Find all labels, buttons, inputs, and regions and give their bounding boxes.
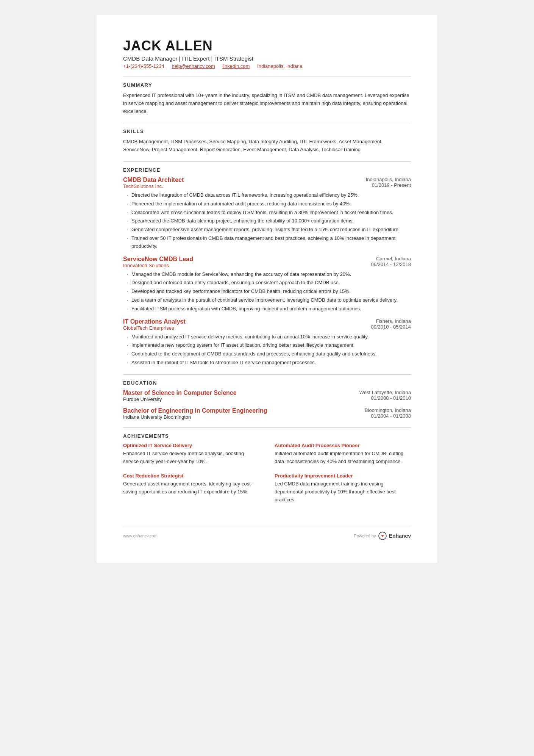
footer: www.enhancv.com Powered by Enhancv	[123, 527, 411, 540]
edu-1-dates: 01/2008 - 01/2010	[343, 395, 411, 401]
edu-1: Master of Science in Computer Science Pu…	[123, 390, 411, 402]
education-divider	[123, 427, 411, 428]
achievement-4: Productivity Improvement Leader Led CMDB…	[275, 473, 411, 504]
summary-divider	[123, 123, 411, 123]
job-2: ServiceNow CMDB Lead Innovatech Solution…	[123, 256, 411, 313]
skills-text: CMDB Management, ITSM Processes, Service…	[123, 138, 411, 154]
job-1-bullets: Directed the integration of CMDB data ac…	[123, 191, 411, 250]
job-2-title: ServiceNow CMDB Lead	[123, 256, 350, 263]
job-2-company: Innovatech Solutions	[123, 263, 350, 268]
summary-text: Experienced IT professional with 10+ yea…	[123, 92, 411, 115]
phone: +1-(234)-555-1234	[123, 63, 164, 69]
job-3-company: GlobalTech Enterprises	[123, 325, 350, 331]
job-1-location: Indianapolis, Indiana	[350, 177, 411, 182]
enhancv-brand: Enhancv	[389, 533, 411, 539]
experience-section: EXPERIENCE CMDB Data Architect TechSolut…	[123, 167, 411, 367]
edu-1-school: Purdue University	[123, 396, 343, 402]
edu-2-location: Bloomington, Indiana	[343, 407, 411, 413]
powered-by-label: Powered by	[354, 534, 376, 538]
bullet-item: Managed the CMDB module for ServiceNow, …	[127, 271, 411, 279]
achievement-4-title: Productivity Improvement Leader	[275, 473, 411, 479]
bullet-item: Generated comprehensive asset management…	[127, 226, 411, 234]
footer-powered-by: Powered by Enhancv	[354, 532, 411, 540]
edu-2-degree: Bachelor of Engineering in Computer Engi…	[123, 407, 343, 414]
job-3: IT Operations Analyst GlobalTech Enterpr…	[123, 318, 411, 367]
footer-website: www.enhancv.com	[123, 534, 158, 538]
achievements-grid: Optimized IT Service Delivery Enhanced I…	[123, 443, 411, 504]
bullet-item: Collaborated with cross-functional teams…	[127, 209, 411, 217]
resume-page: JACK ALLEN CMDB Data Manager | ITIL Expe…	[97, 15, 437, 563]
bullet-item: Contributed to the development of CMDB d…	[127, 350, 411, 358]
edu-1-degree: Master of Science in Computer Science	[123, 390, 343, 396]
bullet-item: Led a team of analysts in the pursuit of…	[127, 296, 411, 304]
edu-2-dates: 01/2004 - 01/2008	[343, 413, 411, 419]
achievements-title: ACHIEVEMENTS	[123, 433, 411, 439]
job-2-dates: 06/2014 - 12/2018	[350, 261, 411, 267]
bullet-item: Assisted in the rollout of ITSM tools to…	[127, 359, 411, 367]
bullet-item: Directed the integration of CMDB data ac…	[127, 191, 411, 199]
header: JACK ALLEN CMDB Data Manager | ITIL Expe…	[123, 38, 411, 69]
bullet-item: Developed and tracked key performance in…	[127, 288, 411, 296]
bullet-item: Designed and enforced data entry standar…	[127, 279, 411, 287]
experience-divider	[123, 374, 411, 375]
education-section: EDUCATION Master of Science in Computer …	[123, 380, 411, 420]
job-1-company: TechSolutions Inc.	[123, 183, 350, 189]
job-1: CMDB Data Architect TechSolutions Inc. I…	[123, 177, 411, 250]
edu-2-school: Indiana University Bloomington	[123, 414, 343, 420]
bullet-item: Spearheaded the CMDB data cleanup projec…	[127, 217, 411, 225]
job-2-location: Carmel, Indiana	[350, 256, 411, 261]
candidate-title: CMDB Data Manager | ITIL Expert | ITSM S…	[123, 55, 411, 62]
bullet-item: Monitored and analyzed IT service delive…	[127, 333, 411, 341]
contact-line: +1-(234)-555-1234 help@enhancv.com linke…	[123, 63, 411, 69]
achievement-3: Cost Reduction Strategist Generated asse…	[123, 473, 259, 504]
skills-section: SKILLS CMDB Management, ITSM Processes, …	[123, 128, 411, 154]
summary-section: SUMMARY Experienced IT professional with…	[123, 82, 411, 115]
bullet-item: Trained over 50 IT professionals in CMDB…	[127, 235, 411, 250]
edu-2: Bachelor of Engineering in Computer Engi…	[123, 407, 411, 420]
education-title: EDUCATION	[123, 380, 411, 386]
linkedin[interactable]: linkedin.com	[222, 63, 250, 69]
job-1-dates: 01/2019 - Present	[350, 182, 411, 188]
skills-divider	[123, 161, 411, 162]
job-3-title: IT Operations Analyst	[123, 318, 350, 325]
job-3-location: Fishers, Indiana	[350, 318, 411, 324]
summary-title: SUMMARY	[123, 82, 411, 88]
achievement-1-text: Enhanced IT service delivery metrics ana…	[123, 450, 259, 466]
job-1-title: CMDB Data Architect	[123, 177, 350, 183]
candidate-name: JACK ALLEN	[123, 38, 411, 54]
achievement-1-title: Optimized IT Service Delivery	[123, 443, 259, 448]
location: Indianapolis, Indiana	[257, 63, 302, 69]
bullet-item: Implemented a new reporting system for I…	[127, 341, 411, 349]
email[interactable]: help@enhancv.com	[172, 63, 215, 69]
job-2-bullets: Managed the CMDB module for ServiceNow, …	[123, 271, 411, 313]
header-divider	[123, 77, 411, 77]
achievement-4-text: Led CMDB data management trainings incre…	[275, 480, 411, 504]
job-3-bullets: Monitored and analyzed IT service delive…	[123, 333, 411, 367]
skills-title: SKILLS	[123, 128, 411, 134]
achievement-2-title: Automated Audit Processes Pioneer	[275, 443, 411, 448]
enhancv-logo-icon	[378, 532, 387, 540]
achievement-1: Optimized IT Service Delivery Enhanced I…	[123, 443, 259, 466]
experience-title: EXPERIENCE	[123, 167, 411, 173]
achievement-3-text: Generated asset management reports, iden…	[123, 480, 259, 496]
achievements-section: ACHIEVEMENTS Optimized IT Service Delive…	[123, 433, 411, 504]
achievement-2-text: Initiated automated audit implementation…	[275, 450, 411, 466]
bullet-item: Pioneered the implementation of an autom…	[127, 200, 411, 208]
edu-1-location: West Lafayette, Indiana	[343, 390, 411, 395]
job-3-dates: 09/2010 - 05/2014	[350, 324, 411, 330]
achievement-3-title: Cost Reduction Strategist	[123, 473, 259, 479]
achievement-2: Automated Audit Processes Pioneer Initia…	[275, 443, 411, 466]
bullet-item: Facilitated ITSM process integration wit…	[127, 305, 411, 313]
